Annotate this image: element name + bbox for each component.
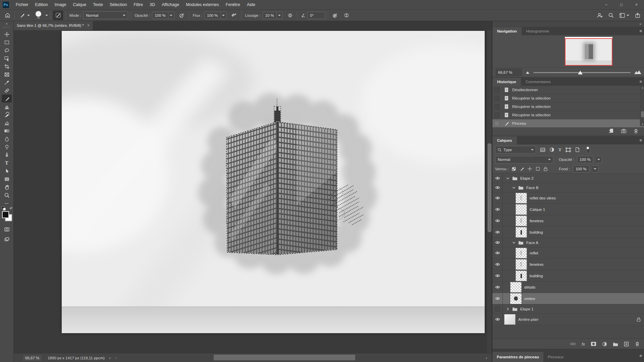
move-tool[interactable]: [2, 30, 12, 38]
search-icon[interactable]: [608, 12, 614, 18]
toolbar-collapse-button[interactable]: »: [0, 21, 13, 26]
opacity-input[interactable]: 100 %: [152, 12, 168, 19]
lock-all-icon[interactable]: [543, 167, 548, 171]
history-source-checkbox[interactable]: [494, 121, 499, 126]
document-canvas[interactable]: [62, 31, 485, 333]
layer-row-face-b[interactable]: Face B: [492, 183, 644, 192]
visibility-toggle[interactable]: [492, 183, 503, 192]
hand-tool[interactable]: [2, 183, 12, 191]
layer-thumbnail[interactable]: [516, 248, 527, 258]
layer-opacity-input[interactable]: 100 %: [577, 156, 593, 163]
history-row[interactable]: Récupérer la sélection: [492, 111, 644, 119]
menu-modules-externes[interactable]: Modules externes: [182, 0, 222, 9]
link-layers-icon[interactable]: [570, 342, 576, 346]
visibility-toggle[interactable]: [492, 215, 503, 226]
vertical-scrollbar-thumb[interactable]: [488, 143, 491, 232]
share-icon[interactable]: [635, 12, 641, 18]
brush-size-chevron-icon[interactable]: [45, 15, 48, 16]
crop-tool[interactable]: [2, 62, 12, 70]
visibility-toggle[interactable]: [492, 270, 503, 281]
layer-thumbnail[interactable]: [516, 227, 527, 238]
object-selection-tool[interactable]: [2, 54, 12, 62]
smoothing-chevron[interactable]: [277, 12, 283, 19]
layer-thumbnail[interactable]: [516, 259, 527, 270]
delete-state-trash-icon[interactable]: [633, 128, 639, 134]
horizontal-scrollbar-thumb[interactable]: [214, 355, 355, 360]
type-tool[interactable]: T: [2, 159, 12, 167]
foreground-color-swatch[interactable]: [2, 211, 9, 218]
flow-input[interactable]: 100 %: [204, 12, 221, 19]
layer-thumbnail[interactable]: [516, 193, 527, 203]
screen-mode-button[interactable]: [2, 235, 12, 243]
navigator-panel-menu-icon[interactable]: ≡: [639, 28, 642, 34]
toolbar-grip[interactable]: ||||||||: [3, 26, 11, 28]
layer-thumbnail[interactable]: [510, 282, 522, 293]
menu-aide[interactable]: Aide: [244, 0, 259, 9]
layer-row-building-b[interactable]: building: [492, 227, 644, 238]
canvas-region[interactable]: [13, 30, 492, 353]
menu-fenetre[interactable]: Fenêtre: [222, 0, 244, 9]
chevron-right-icon[interactable]: [506, 307, 509, 311]
history-row[interactable]: Désélectionner: [492, 86, 644, 94]
layer-row-etape-1[interactable]: Etape 1: [492, 304, 644, 314]
tab-histogramme[interactable]: Histogramme: [522, 27, 554, 35]
tab-historique[interactable]: Historique: [492, 78, 521, 86]
layer-opacity-chevron[interactable]: [596, 156, 602, 163]
status-zoom-input[interactable]: 66,67 %: [22, 354, 42, 362]
new-layer-icon[interactable]: [624, 342, 629, 347]
filter-smart-objects-button[interactable]: [575, 147, 580, 152]
navigator-proxy-view[interactable]: [565, 38, 612, 66]
layer-thumbnail[interactable]: [516, 204, 527, 215]
flow-chevron[interactable]: [221, 12, 227, 19]
document-close-icon[interactable]: ×: [87, 23, 90, 28]
pen-tool[interactable]: [2, 151, 12, 159]
layer-thumbnail[interactable]: [516, 270, 527, 281]
brush-tool[interactable]: [2, 95, 12, 103]
visibility-toggle[interactable]: [492, 238, 503, 247]
layer-thumbnail[interactable]: [516, 216, 527, 226]
smoothing-options-button[interactable]: [285, 11, 295, 20]
opacity-pressure-button[interactable]: [177, 11, 186, 20]
visibility-toggle[interactable]: [492, 282, 503, 293]
history-source-checkbox[interactable]: [494, 104, 499, 109]
zoom-in-icon[interactable]: [634, 70, 641, 74]
visibility-toggle[interactable]: [492, 293, 503, 304]
toggle-brush-settings-button[interactable]: [53, 11, 63, 20]
history-scrollbar[interactable]: ∧ ∨: [640, 86, 644, 126]
new-snapshot-camera-icon[interactable]: [621, 128, 627, 134]
visibility-toggle[interactable]: [492, 247, 503, 258]
layer-thumbnail[interactable]: [510, 293, 522, 304]
new-document-from-state-icon[interactable]: [608, 128, 614, 134]
menu-calque[interactable]: Calque: [70, 0, 90, 9]
eraser-tool[interactable]: [2, 119, 12, 127]
filter-toggle-switch[interactable]: [586, 146, 590, 154]
lasso-tool[interactable]: [2, 46, 12, 54]
layer-filter-select[interactable]: Type: [495, 146, 536, 154]
scroll-left-arrow[interactable]: ‹: [115, 356, 117, 360]
navigator-zoom-slider[interactable]: [533, 70, 631, 75]
eyedropper-tool[interactable]: [2, 78, 12, 86]
layer-row-face-a[interactable]: Face A: [492, 238, 644, 247]
filter-type-layers-button[interactable]: T: [558, 147, 561, 153]
new-group-folder-icon[interactable]: [613, 342, 618, 346]
blend-mode-select[interactable]: Normal: [83, 11, 128, 19]
frame-tool[interactable]: [2, 70, 12, 78]
chevron-down-icon[interactable]: [506, 177, 509, 180]
marquee-tool[interactable]: [2, 38, 12, 46]
path-selection-tool[interactable]: [2, 167, 12, 175]
menu-filtre[interactable]: Filtre: [130, 0, 146, 9]
history-source-checkbox[interactable]: [494, 96, 499, 101]
gradient-tool[interactable]: [2, 127, 12, 135]
status-options-arrow[interactable]: ›: [109, 356, 111, 360]
default-colors-button[interactable]: [2, 206, 5, 210]
healing-brush-tool[interactable]: [2, 86, 12, 95]
layer-row-reflet-des-vitres[interactable]: reflet des vitres: [492, 192, 644, 204]
visibility-toggle[interactable]: [492, 192, 503, 203]
brush-size-picker[interactable]: 74: [33, 11, 43, 20]
history-scrollbar-thumb[interactable]: [641, 111, 644, 117]
lock-transparency-icon[interactable]: [512, 167, 516, 171]
menu-fichier[interactable]: Fichier: [12, 0, 32, 9]
layers-panel-menu-icon[interactable]: ≡: [639, 138, 642, 143]
filter-adjustment-layers-button[interactable]: [549, 147, 554, 152]
layer-row-reflet[interactable]: reflet: [492, 247, 644, 259]
